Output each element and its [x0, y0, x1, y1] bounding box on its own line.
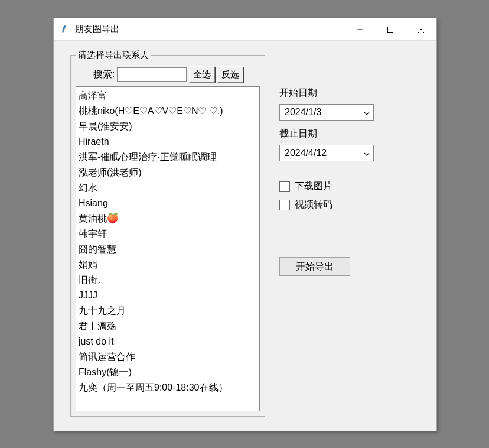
app-icon — [60, 24, 70, 35]
titlebar: 朋友圈导出 — [54, 18, 436, 41]
list-item[interactable]: 囧的智慧 — [79, 242, 257, 257]
start-date-combo[interactable]: 2024/1/3 — [279, 104, 374, 121]
invert-selection-button[interactable]: 反选 — [217, 66, 243, 83]
chevron-down-icon — [364, 148, 370, 158]
minimize-button[interactable] — [344, 18, 375, 41]
contact-listbox[interactable]: 高泽富桃桃niko(H♡E♡A♡V♡E♡N♡ ♡.)早晨(淮安安)Hiraeth… — [76, 87, 259, 411]
search-label: 搜索: — [93, 69, 115, 81]
search-input[interactable] — [117, 67, 187, 82]
list-item[interactable]: 桃桃niko(H♡E♡A♡V♡E♡N♡ ♡.) — [79, 103, 257, 119]
video-transcode-label: 视频转码 — [295, 199, 332, 211]
list-item[interactable]: 黄油桃🍑 — [79, 211, 257, 226]
list-item[interactable]: JJJJ — [79, 288, 257, 303]
list-item[interactable]: 九十九之月 — [79, 303, 257, 319]
download-images-label: 下载图片 — [295, 180, 332, 193]
contact-group: 请选择导出联系人 搜索: 全选 反选 高泽富桃桃niko(H♡E♡A♡V♡E♡N… — [70, 55, 265, 417]
video-transcode-checkbox[interactable]: 视频转码 — [279, 199, 420, 211]
checkbox-box — [279, 181, 290, 192]
group-legend: 请选择导出联系人 — [76, 50, 151, 61]
list-item[interactable]: 早晨(淮安安) — [79, 119, 257, 134]
window-body: 请选择导出联系人 搜索: 全选 反选 高泽富桃桃niko(H♡E♡A♡V♡E♡N… — [54, 41, 436, 431]
close-button[interactable] — [406, 18, 436, 41]
end-date-combo[interactable]: 2024/4/12 — [279, 145, 374, 161]
list-item[interactable]: 娟娟 — [79, 257, 257, 272]
window-title: 朋友圈导出 — [75, 24, 119, 35]
left-panel: 请选择导出联系人 搜索: 全选 反选 高泽富桃桃niko(H♡E♡A♡V♡E♡N… — [70, 55, 265, 417]
search-row: 搜索: 全选 反选 — [76, 66, 260, 83]
list-item[interactable]: 高泽富 — [79, 88, 257, 103]
svg-rect-1 — [388, 27, 393, 32]
list-item[interactable]: 洪军-催眠心理治疗·正觉睡眠调理 — [79, 150, 257, 165]
options-group: 下载图片 视频转码 — [279, 180, 420, 211]
maximize-button[interactable] — [375, 18, 406, 41]
list-item[interactable]: 简讯运营合作 — [79, 349, 257, 365]
end-date-value: 2024/4/12 — [285, 148, 327, 158]
app-window: 朋友圈导出 请选择导出联系人 搜索: 全选 反选 高泽富桃桃niko(H♡E♡ — [53, 18, 437, 431]
list-item[interactable]: 九奕（周一至周五9:00-18:30在线） — [79, 380, 257, 395]
checkbox-box — [279, 200, 290, 210]
list-item[interactable]: 旧街。 — [79, 272, 257, 288]
start-date-label: 开始日期 — [279, 87, 420, 99]
chevron-down-icon — [364, 107, 370, 118]
download-images-checkbox[interactable]: 下载图片 — [279, 180, 420, 193]
list-item[interactable]: 泓老师(洪老师) — [79, 165, 257, 180]
list-item[interactable]: Flashy(锦一) — [79, 365, 257, 380]
list-item[interactable]: 君丨漓殇 — [79, 319, 257, 334]
list-item[interactable]: 幻水 — [79, 180, 257, 196]
select-all-button[interactable]: 全选 — [189, 66, 215, 83]
list-item[interactable]: Hiraeth — [79, 134, 257, 150]
start-export-button[interactable]: 开始导出 — [279, 257, 350, 276]
contact-listbox-wrap: 高泽富桃桃niko(H♡E♡A♡V♡E♡N♡ ♡.)早晨(淮安安)Hiraeth… — [76, 86, 260, 411]
start-date-value: 2024/1/3 — [285, 107, 321, 118]
right-panel: 开始日期 2024/1/3 截止日期 2024/4/12 下载图片 — [279, 55, 420, 417]
list-item[interactable]: 韩宇轩 — [79, 226, 257, 242]
list-item[interactable]: Hsiang — [79, 196, 257, 211]
end-date-label: 截止日期 — [279, 128, 420, 140]
list-item[interactable]: just do it — [79, 334, 257, 349]
